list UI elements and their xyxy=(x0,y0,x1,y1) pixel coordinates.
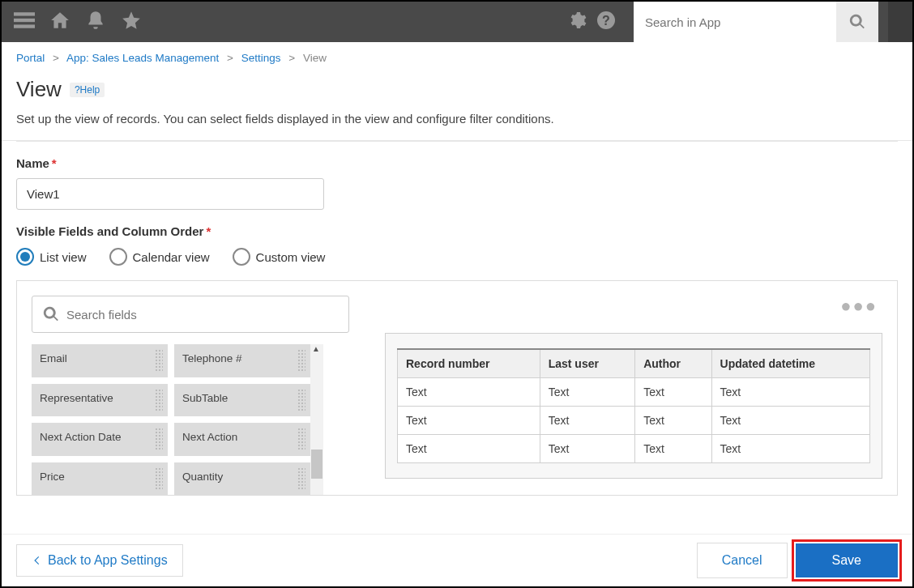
table-row: TextTextTextText xyxy=(398,435,870,463)
field-chip[interactable]: Quantity xyxy=(174,462,310,496)
menu-icon[interactable] xyxy=(14,10,35,34)
visible-fields-label: Visible Fields and Column Order* xyxy=(16,224,898,238)
field-chip[interactable]: Next Action xyxy=(174,423,310,456)
svg-text:?: ? xyxy=(602,14,610,28)
field-chip[interactable]: Next Action Date xyxy=(32,423,168,456)
search-button[interactable] xyxy=(836,2,878,42)
radio-custom-view[interactable]: Custom view xyxy=(233,248,326,266)
topbar-edge xyxy=(888,2,912,42)
breadcrumb-portal[interactable]: Portal xyxy=(16,52,45,64)
field-chip[interactable]: Email xyxy=(32,344,168,377)
radio-calendar-view[interactable]: Calendar view xyxy=(109,248,210,266)
radio-list-view[interactable]: List view xyxy=(16,248,87,266)
col-header[interactable]: Updated datetime xyxy=(711,349,869,378)
breadcrumb: Portal > App: Sales Leads Management > S… xyxy=(2,42,912,69)
col-header[interactable]: Last user xyxy=(540,349,634,378)
field-chip[interactable]: SubTable xyxy=(174,384,310,417)
chevron-left-icon xyxy=(32,555,43,566)
field-search-input[interactable] xyxy=(66,308,339,322)
col-header[interactable]: Author xyxy=(635,349,711,378)
table-row: TextTextTextText xyxy=(398,407,870,435)
field-chip[interactable]: Telephone # xyxy=(174,344,310,377)
field-chip[interactable]: Representative xyxy=(32,384,168,417)
col-header[interactable]: Record number xyxy=(398,349,540,378)
field-chip[interactable]: Price xyxy=(32,462,168,496)
top-nav-bar: ? xyxy=(2,2,912,42)
preview-table: Record number Last user Author Updated d… xyxy=(397,348,870,463)
more-options-icon[interactable]: ●●● xyxy=(385,296,882,317)
field-config-panel: Email Telephone # Representative SubTabl… xyxy=(16,280,898,496)
breadcrumb-current: View xyxy=(303,52,327,64)
preview-table-wrap: Record number Last user Author Updated d… xyxy=(385,333,882,479)
footer-bar: Back to App Settings Cancel Save xyxy=(2,534,912,586)
global-search xyxy=(634,2,878,42)
save-button[interactable]: Save xyxy=(796,543,898,577)
bell-icon[interactable] xyxy=(85,10,106,34)
svg-rect-2 xyxy=(14,24,35,28)
search-icon xyxy=(42,305,60,323)
home-icon[interactable] xyxy=(49,10,70,34)
svg-rect-1 xyxy=(14,19,35,22)
table-row: TextTextTextText xyxy=(398,378,870,407)
svg-rect-0 xyxy=(14,12,35,15)
gear-icon[interactable] xyxy=(567,11,587,33)
view-name-input[interactable] xyxy=(16,178,324,210)
name-label: Name* xyxy=(16,156,898,170)
field-search-wrap xyxy=(32,296,349,333)
back-to-settings-button[interactable]: Back to App Settings xyxy=(16,544,183,577)
star-icon[interactable] xyxy=(121,10,142,34)
search-input[interactable] xyxy=(634,2,836,42)
breadcrumb-app[interactable]: App: Sales Leads Management xyxy=(66,52,219,64)
cancel-button[interactable]: Cancel xyxy=(697,543,788,578)
help-icon[interactable]: ? xyxy=(596,11,616,33)
breadcrumb-settings[interactable]: Settings xyxy=(241,52,281,64)
help-link[interactable]: ?Help xyxy=(70,83,105,97)
fields-scrollbar[interactable]: ▲ xyxy=(310,344,323,495)
available-fields-grid: Email Telephone # Representative SubTabl… xyxy=(32,344,310,495)
page-description: Set up the view of records. You can sele… xyxy=(2,107,912,141)
page-title: View xyxy=(16,77,62,102)
